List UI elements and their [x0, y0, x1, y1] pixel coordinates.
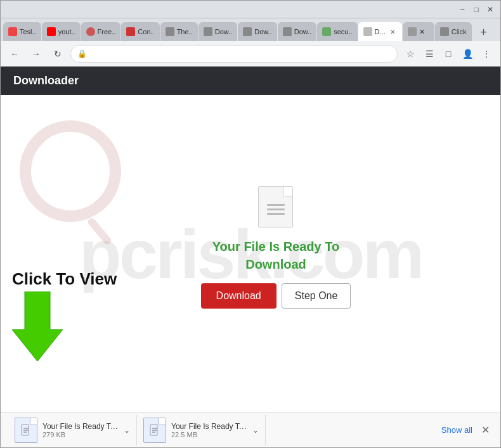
- tab-the[interactable]: The..: [160, 22, 198, 41]
- extension-button[interactable]: □: [439, 45, 457, 63]
- menu-button[interactable]: ⋮: [478, 45, 495, 63]
- dl-info-2: Your File Is Ready T....iso 22.5 MB: [171, 422, 247, 438]
- tab-favicon: [283, 27, 292, 36]
- file-icon: [258, 186, 293, 227]
- tab-label: Dow..: [215, 28, 233, 35]
- main-area: pcrisk.com Your File Is Ready To Downloa: [1, 95, 500, 412]
- maximize-button[interactable]: □: [471, 4, 481, 15]
- dl-chevron-1[interactable]: ⌄: [124, 426, 130, 435]
- tab-favicon: [408, 27, 417, 36]
- ready-text: Your File Is Ready To Download: [206, 238, 346, 273]
- click-to-view: Click To View: [12, 269, 117, 361]
- tab-dow3[interactable]: Dow..: [278, 22, 317, 41]
- file-icon-lines: [267, 204, 285, 215]
- tab-favicon: [204, 27, 212, 36]
- tab-favicon: [363, 27, 372, 36]
- tab-favicon: [322, 27, 331, 36]
- download-item-1: Your File Is Ready T....iso 279 KB ⌄: [8, 415, 137, 445]
- magnifier-handle: [86, 217, 112, 246]
- tab-youtube[interactable]: yout..: [42, 22, 81, 41]
- tab-free[interactable]: Free..: [81, 22, 121, 41]
- tab-favicon: [166, 27, 174, 36]
- download-item-2: Your File Is Ready T....iso 22.5 MB ⌄: [137, 415, 266, 445]
- tab-favicon: [126, 27, 135, 36]
- dl-name-1: Your File Is Ready T....iso: [42, 422, 119, 431]
- download-bar-close-button[interactable]: ✕: [478, 423, 493, 438]
- tab-con[interactable]: Con..: [121, 22, 159, 41]
- tab-label: D...: [375, 28, 386, 35]
- file-line-1: [267, 204, 285, 206]
- file-line-3: [267, 213, 285, 215]
- tab-label: secu..: [334, 28, 352, 35]
- dl-file-icon-1: [15, 418, 37, 443]
- tab-bar: Tesl.. yout.. Free.. Con.. The.. Dow.. D…: [1, 18, 500, 41]
- click-label: Click To View: [12, 269, 117, 289]
- tab-secu[interactable]: secu..: [317, 22, 357, 41]
- app-title: Downloader: [13, 74, 79, 87]
- page-content: Downloader pcrisk.com: [1, 67, 500, 447]
- download-card: Your File Is Ready To Download Download …: [201, 186, 351, 309]
- star-button[interactable]: ☰: [420, 45, 438, 63]
- back-button[interactable]: ←: [6, 45, 23, 63]
- tab-x[interactable]: ✕: [403, 22, 434, 41]
- tab-favicon: [243, 27, 252, 36]
- title-bar: – □ ✕: [1, 1, 500, 18]
- tab-label: Dow..: [294, 28, 312, 35]
- forward-button[interactable]: →: [27, 45, 45, 63]
- svg-marker-0: [12, 291, 63, 361]
- close-button[interactable]: ✕: [485, 4, 495, 15]
- tab-active[interactable]: D... ✕: [358, 22, 402, 41]
- title-bar-controls: – □ ✕: [457, 4, 495, 15]
- profile-button[interactable]: 👤: [459, 45, 476, 63]
- tab-close-button[interactable]: ✕: [388, 27, 397, 36]
- dl-size-2: 22.5 MB: [171, 431, 247, 438]
- dl-info-1: Your File Is Ready T....iso 279 KB: [42, 422, 119, 438]
- tab-label: ✕: [419, 28, 425, 36]
- download-bar: Your File Is Ready T....iso 279 KB ⌄ You…: [1, 412, 500, 447]
- lock-icon: 🔒: [77, 49, 87, 58]
- dl-name-2: Your File Is Ready T....iso: [171, 422, 247, 431]
- magnifier-circle: [20, 120, 121, 222]
- tab-label: yout..: [58, 28, 75, 35]
- dl-file-icon-2: [143, 418, 166, 443]
- dl-size-1: 279 KB: [42, 431, 119, 438]
- step-one-button[interactable]: Step One: [282, 283, 351, 309]
- new-tab-button[interactable]: +: [475, 23, 493, 41]
- action-buttons: Download Step One: [201, 283, 351, 309]
- download-button[interactable]: Download: [201, 283, 277, 309]
- show-all-button[interactable]: Show all: [436, 423, 478, 437]
- tab-label: Tesl..: [20, 28, 36, 35]
- tab-label: Click: [452, 28, 467, 35]
- tab-dow1[interactable]: Dow..: [198, 22, 238, 41]
- tab-favicon: [86, 27, 95, 36]
- tab-label: The..: [177, 28, 193, 35]
- browser-frame: – □ ✕ Tesl.. yout.. Free.. Con.. The.. D: [0, 0, 501, 448]
- tab-dow2[interactable]: Dow..: [238, 22, 277, 41]
- reload-button[interactable]: ↻: [49, 45, 67, 63]
- tab-favicon: [47, 27, 56, 36]
- nav-bar: ← → ↻ 🔒 ☆ ☰ □ 👤 ⋮: [1, 41, 500, 67]
- dl-chevron-2[interactable]: ⌄: [252, 426, 259, 435]
- tab-label: Con..: [138, 28, 154, 35]
- arrow-down-icon: [12, 291, 63, 361]
- tab-favicon: [8, 27, 17, 36]
- minimize-button[interactable]: –: [457, 4, 467, 15]
- address-bar[interactable]: 🔒: [70, 45, 398, 63]
- bookmark-button[interactable]: ☆: [401, 45, 419, 63]
- tab-label: Free..: [98, 28, 116, 35]
- magnifier-decoration: [20, 120, 146, 247]
- tab-label: Dow..: [254, 28, 272, 35]
- app-header: Downloader: [1, 67, 500, 95]
- file-line-2: [267, 208, 285, 210]
- tab-favicon: [440, 27, 449, 36]
- tab-tesla[interactable]: Tesl..: [3, 22, 41, 41]
- tab-click[interactable]: Click: [435, 22, 472, 41]
- nav-actions: ☆ ☰ □ 👤 ⋮: [401, 45, 495, 63]
